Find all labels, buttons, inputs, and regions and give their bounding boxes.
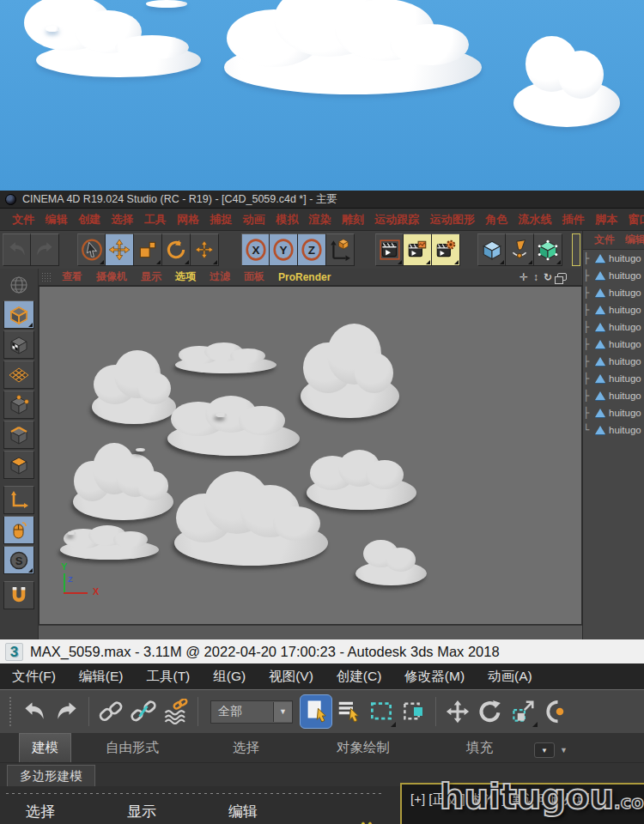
object-list-item[interactable]: ├huitugo <box>583 318 644 336</box>
rotate-button[interactable] <box>474 694 507 729</box>
ribbon-dropdown[interactable]: ▼▼ <box>534 742 568 758</box>
window-crossing-button[interactable] <box>398 694 430 729</box>
ribbon-tab-3[interactable]: 选择 <box>221 734 271 762</box>
toolbar-grip-icon[interactable] <box>9 696 13 727</box>
undo-button[interactable] <box>18 694 51 729</box>
object-list-item[interactable]: ├huitugo <box>583 336 644 353</box>
last-tool-button[interactable] <box>191 233 219 266</box>
viewport-menu-item[interactable]: 过滤 <box>203 270 237 284</box>
c4d-menu-item[interactable]: 选择 <box>106 212 138 227</box>
c4d-menu-item[interactable]: 网格 <box>172 212 204 227</box>
max-menu-item[interactable]: 工具(T) <box>146 668 190 686</box>
scale-tool-button[interactable] <box>134 233 162 266</box>
c4d-menu-item[interactable]: 角色 <box>480 212 513 227</box>
snap-partial-button[interactable] <box>539 694 572 729</box>
pan-icon[interactable]: ✛ <box>519 272 528 282</box>
polygons-mode-button[interactable] <box>3 451 34 479</box>
ribbon-tab-4[interactable]: 对象绘制 <box>325 734 402 762</box>
max-menu-item[interactable]: 修改器(M) <box>404 668 465 686</box>
c4d-menu-item[interactable]: 工具 <box>139 212 172 227</box>
viewport-menu-item[interactable]: ProRender <box>271 271 337 283</box>
ribbon-tab-1[interactable]: 建模 <box>19 733 71 762</box>
selection-region-button[interactable] <box>365 694 398 729</box>
texture-mode-button[interactable] <box>3 330 34 359</box>
scene-explorer-menu-item[interactable]: 显示 <box>127 802 156 821</box>
viewport-menu-item[interactable]: 摄像机 <box>89 270 134 284</box>
snap-button[interactable]: S <box>3 546 34 574</box>
redo-button[interactable] <box>51 694 83 729</box>
c4d-menu-item[interactable]: 渲染 <box>303 212 336 227</box>
scene-explorer-menu-item[interactable]: 选择 <box>26 802 55 821</box>
object-manager-menu-item[interactable]: 文件 <box>589 233 620 247</box>
max-menu-item[interactable]: 组(G) <box>213 668 246 686</box>
axis-y-lock-button[interactable]: Y <box>270 233 298 266</box>
model-mode-button[interactable] <box>3 300 34 329</box>
viewport-menu-item[interactable]: 选项 <box>168 270 203 284</box>
ribbon-panel-tab[interactable]: 多边形建模 <box>7 765 95 786</box>
object-list-item[interactable]: ├huitugo <box>583 301 644 318</box>
axis-z-lock-button[interactable]: Z <box>298 233 326 266</box>
c4d-menu-item[interactable]: 流水线 <box>513 212 556 227</box>
object-manager-menu-item[interactable]: 编辑 <box>620 233 644 247</box>
panel-grip-dots[interactable] <box>4 792 384 795</box>
c4d-menu-item[interactable]: 插件 <box>557 212 590 227</box>
unlink-button[interactable] <box>127 694 160 729</box>
dropdown-arrow-icon[interactable]: ▼ <box>273 702 292 722</box>
max-menu-item[interactable]: 视图(V) <box>269 668 313 686</box>
bind-spacewarp-button[interactable] <box>160 694 192 729</box>
drag-grip-icon[interactable] <box>41 272 52 282</box>
primitive-cube-button[interactable] <box>477 233 506 266</box>
rotate-tool-button[interactable] <box>162 233 191 266</box>
object-list-item[interactable]: ├huitugo <box>583 267 644 284</box>
viewport-menu-item[interactable]: 显示 <box>134 270 168 284</box>
ribbon-tab-5[interactable]: 填充 <box>454 734 505 762</box>
move-button[interactable] <box>441 694 474 729</box>
c4d-menu-item[interactable]: 编辑 <box>39 212 72 227</box>
c4d-menu-item[interactable]: 运动跟踪 <box>369 212 424 227</box>
workplane-mode-button[interactable] <box>3 360 34 389</box>
object-list-item[interactable]: ├huitugo <box>583 353 644 370</box>
coordinate-system-button[interactable] <box>326 233 355 266</box>
spline-pen-button[interactable] <box>506 233 534 266</box>
select-arrow-button[interactable] <box>77 233 106 266</box>
maximize-view-icon[interactable] <box>557 273 567 281</box>
c4d-menu-item[interactable]: 捕捉 <box>204 212 237 227</box>
viewport-menu-item[interactable]: 面板 <box>237 270 271 284</box>
object-list-item[interactable]: ├huitugo <box>583 284 644 301</box>
clipped-toolbar-button[interactable] <box>572 233 580 266</box>
rotate-view-icon[interactable]: ↻ <box>544 272 552 282</box>
object-list-item[interactable]: ├huitugo <box>583 250 644 267</box>
max-menu-item[interactable]: 文件(F) <box>12 668 56 686</box>
render-settings-button[interactable] <box>432 233 460 266</box>
c4d-menu-item[interactable]: 文件 <box>7 212 39 227</box>
c4d-menu-item[interactable]: 窗口 <box>623 212 644 227</box>
axis-x-lock-button[interactable]: X <box>241 233 270 266</box>
viewport-solo-button[interactable] <box>3 516 34 544</box>
selection-filter-dropdown[interactable]: 全部▼ <box>210 700 293 724</box>
object-list-item[interactable]: ├huitugo <box>583 404 644 421</box>
points-mode-button[interactable] <box>3 391 34 419</box>
magnet-button[interactable] <box>3 581 34 609</box>
ribbon-dropdown-icon[interactable]: ▼ <box>534 742 555 758</box>
c4d-menu-item[interactable]: 模拟 <box>270 212 303 227</box>
render-picture-button[interactable] <box>404 233 432 266</box>
c4d-menu-item[interactable]: 创建 <box>73 212 106 227</box>
select-by-name-button[interactable] <box>332 694 365 729</box>
subdivision-surface-button[interactable] <box>534 233 562 266</box>
axis-mode-button[interactable] <box>3 486 34 514</box>
c4d-viewport[interactable]: Y X Z <box>39 286 582 625</box>
scene-explorer-menu-item[interactable]: 编辑 <box>228 802 258 821</box>
link-button[interactable] <box>94 694 127 729</box>
ribbon-tab-2[interactable]: 自由形式 <box>94 734 171 762</box>
c4d-menu-item[interactable]: 脚本 <box>590 212 623 227</box>
redo-button[interactable] <box>31 233 59 266</box>
object-list-item[interactable]: ├huitugo <box>583 387 644 404</box>
c4d-menu-item[interactable]: 运动图形 <box>425 212 480 227</box>
viewport-menu-item[interactable]: 查看 <box>55 270 89 284</box>
render-view-button[interactable] <box>375 233 404 266</box>
max-menu-item[interactable]: 动画(A) <box>488 668 532 686</box>
object-list-item[interactable]: └huitugo <box>583 421 644 439</box>
scale-button[interactable] <box>507 694 539 729</box>
zoom-icon[interactable]: ↕ <box>533 272 538 282</box>
edges-mode-button[interactable] <box>3 421 34 449</box>
